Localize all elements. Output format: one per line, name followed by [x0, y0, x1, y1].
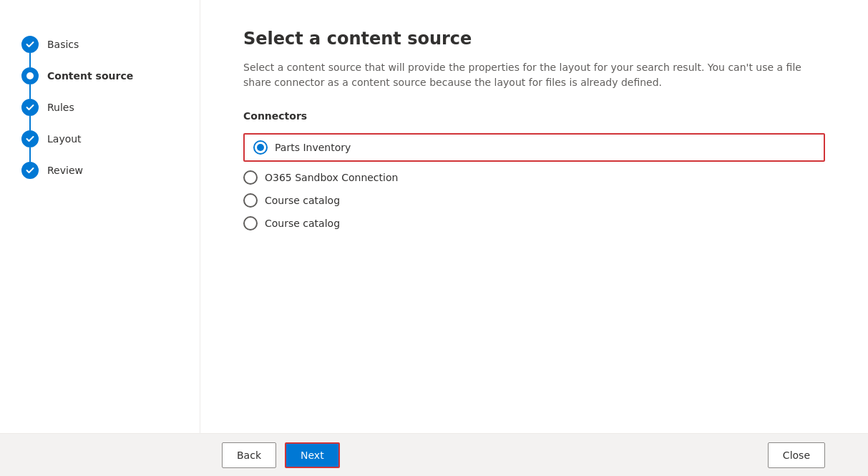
close-button[interactable]: Close	[768, 442, 825, 468]
sidebar-item-layout[interactable]: Layout	[21, 123, 200, 155]
page-description: Select a content source that will provid…	[243, 60, 825, 90]
connector-list: Parts InventoryO365 Sandbox ConnectionCo…	[243, 133, 825, 230]
sidebar-item-basics[interactable]: Basics	[21, 29, 200, 60]
connector-item-o365-sandbox[interactable]: O365 Sandbox Connection	[243, 170, 825, 185]
connector-item-course-catalog-1[interactable]: Course catalog	[243, 193, 825, 208]
next-button[interactable]: Next	[285, 442, 340, 468]
step-label-layout: Layout	[47, 133, 82, 145]
radio-course-catalog-2	[243, 216, 258, 230]
step-circle-review	[21, 162, 39, 179]
step-label-content-source: Content source	[47, 70, 133, 82]
main-content: Select a content source Select a content…	[200, 0, 868, 476]
active-dot	[26, 72, 34, 79]
footer: Back Next Close	[0, 433, 868, 476]
connectors-label: Connectors	[243, 110, 825, 122]
check-icon	[26, 135, 34, 143]
step-label-review: Review	[47, 165, 83, 176]
check-icon	[26, 103, 34, 112]
step-circle-layout	[21, 130, 39, 147]
check-icon	[26, 166, 34, 175]
radio-course-catalog-1	[243, 193, 258, 208]
radio-o365-sandbox	[243, 170, 258, 185]
step-circle-rules	[21, 99, 39, 116]
page-title: Select a content source	[243, 29, 825, 49]
step-circle-basics	[21, 36, 39, 53]
connector-item-course-catalog-2[interactable]: Course catalog	[243, 216, 825, 230]
sidebar-item-review[interactable]: Review	[21, 155, 200, 186]
step-label-basics: Basics	[47, 39, 79, 50]
radio-inner-parts-inventory	[257, 144, 264, 151]
sidebar: BasicsContent sourceRulesLayoutReview	[0, 0, 200, 476]
step-circle-content-source	[21, 67, 39, 84]
connector-label-parts-inventory: Parts Inventory	[275, 142, 351, 153]
radio-parts-inventory	[253, 140, 268, 155]
check-icon	[26, 40, 34, 49]
step-label-rules: Rules	[47, 102, 74, 113]
connector-item-parts-inventory[interactable]: Parts Inventory	[243, 133, 825, 162]
back-button[interactable]: Back	[222, 442, 276, 468]
connector-label-course-catalog-1: Course catalog	[265, 195, 340, 206]
connector-label-o365-sandbox: O365 Sandbox Connection	[265, 172, 398, 183]
sidebar-item-rules[interactable]: Rules	[21, 92, 200, 123]
sidebar-item-content-source[interactable]: Content source	[21, 60, 200, 92]
connector-label-course-catalog-2: Course catalog	[265, 218, 340, 229]
